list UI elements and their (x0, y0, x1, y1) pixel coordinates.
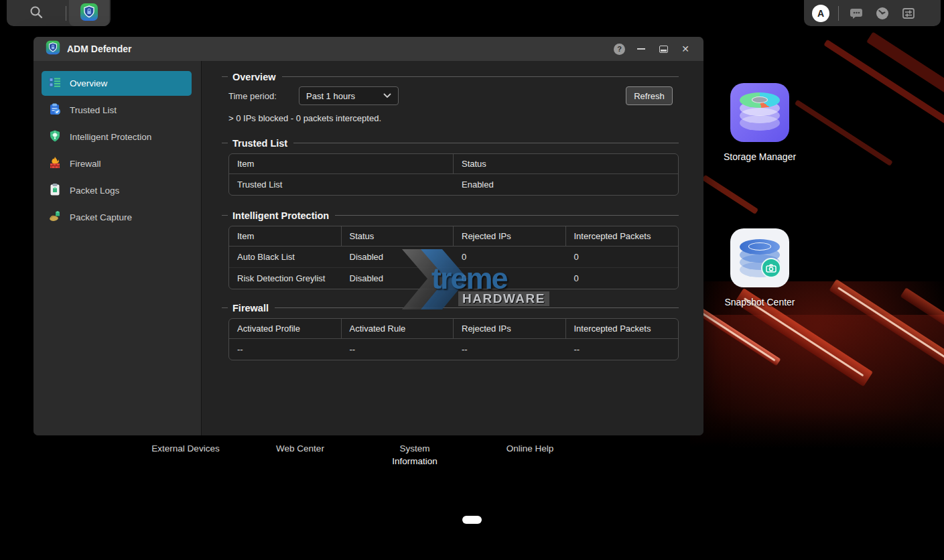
restore-icon[interactable] (657, 43, 669, 55)
adm-defender-window: ADM Defender ? ✕ Overview Trusted List (33, 37, 703, 435)
refresh-button[interactable]: Refresh (626, 86, 673, 105)
sidebar-item-label: Packet Capture (70, 212, 132, 222)
taskbar-divider (66, 6, 66, 21)
intelligent-protection-table: Item Status Rejected IPs Intercepted Pac… (228, 226, 679, 289)
table-header-row: Item Status Rejected IPs Intercepted Pac… (229, 226, 678, 247)
desktop-screen: A ADM Defender ? ✕ (0, 0, 944, 560)
column-header: Activated Rule (342, 319, 454, 339)
camera-icon (761, 258, 781, 278)
packet-logs-icon (48, 183, 62, 198)
time-period-select[interactable]: Past 1 hours (299, 86, 399, 105)
taskbar-left (7, 0, 111, 26)
cell-rejected-ips: 0 (454, 267, 566, 289)
cell-intercepted-packets: 0 (566, 247, 679, 267)
firewall-table: Activated Profile Activated Rule Rejecte… (228, 318, 679, 360)
minimize-icon[interactable] (635, 43, 647, 55)
time-period-value: Past 1 hours (306, 91, 355, 101)
sidebar-item-trusted-list[interactable]: Trusted List (42, 98, 192, 123)
table-row: Risk Detection Greylist Disabled 0 0 (229, 267, 678, 289)
sidebar-item-packet-logs[interactable]: Packet Logs (42, 178, 192, 203)
desktop-icon-online-help[interactable]: Online Help (483, 442, 577, 455)
search-icon (29, 5, 44, 22)
column-header: Status (342, 226, 454, 247)
wallpaper-beam (702, 175, 759, 214)
shortcut-storage-manager[interactable]: Storage Manager (720, 83, 800, 162)
cell-item: Risk Detection Greylist (229, 267, 342, 289)
sidebar-item-label: Packet Logs (70, 186, 119, 196)
close-icon[interactable]: ✕ (679, 43, 691, 55)
column-header: Rejected IPs (454, 226, 566, 247)
cell-rejected-ips: 0 (454, 247, 566, 267)
sidebar-item-label: Firewall (70, 159, 101, 169)
cell-intercepted-packets: 0 (566, 267, 679, 289)
snapshot-center-icon (730, 228, 789, 287)
time-period-label: Time period: (228, 91, 299, 101)
sidebar: Overview Trusted List Intelligent Protec… (33, 61, 202, 435)
column-header: Intercepted Packets (566, 319, 679, 339)
cell-rejected-ips: -- (454, 339, 566, 360)
shortcut-label: Storage Manager (720, 151, 800, 162)
window-titlebar[interactable]: ADM Defender ? ✕ (33, 37, 703, 61)
cell-activated-profile: -- (229, 339, 342, 360)
taskbar-adm-defender-button[interactable] (69, 0, 109, 26)
desktop-icon-system-information[interactable]: System Information (381, 442, 448, 468)
sidebar-item-intelligent-protection[interactable]: Intelligent Protection (42, 125, 192, 149)
table-header-row: Item Status (229, 154, 678, 174)
section-title-firewall: Firewall (222, 303, 679, 313)
gauge-icon[interactable] (874, 5, 891, 22)
column-header: Status (454, 154, 678, 174)
section-title-intelligent-protection: Intelligent Protection (222, 210, 679, 220)
cell-activated-rule: -- (342, 339, 454, 360)
chevron-down-icon (383, 93, 391, 98)
table-row: Auto Black List Disabled 0 0 (229, 247, 678, 267)
trusted-list-table: Item Status Trusted List Enabled (228, 153, 679, 196)
help-icon[interactable]: ? (614, 44, 625, 55)
preferences-icon[interactable] (900, 5, 917, 22)
section-title-trusted-list: Trusted List (222, 138, 679, 148)
packet-capture-icon (48, 210, 62, 225)
column-header: Rejected IPs (454, 319, 566, 339)
cell-intercepted-packets: -- (566, 339, 679, 360)
cell-status: Disabled (342, 267, 454, 289)
cell-item: Auto Black List (229, 247, 342, 267)
adm-defender-app-icon (46, 40, 60, 58)
section-title-overview: Overview (222, 72, 679, 82)
sidebar-item-overview[interactable]: Overview (42, 71, 192, 96)
column-header: Activated Profile (229, 319, 342, 339)
trusted-list-icon (48, 102, 62, 118)
sidebar-item-label: Intelligent Protection (70, 132, 151, 142)
search-button[interactable] (7, 0, 66, 26)
overview-icon (48, 76, 62, 91)
cell-status: Enabled (454, 174, 678, 195)
firewall-icon (48, 156, 62, 171)
cell-item: Trusted List (229, 174, 454, 195)
user-avatar[interactable]: A (812, 5, 829, 22)
column-header: Item (229, 226, 342, 247)
main-content: Overview Time period: Past 1 hours Refre… (202, 61, 703, 435)
table-row: -- -- -- -- (229, 339, 678, 360)
desktop-icon-external-devices[interactable]: External Devices (139, 442, 232, 455)
column-header: Item (229, 154, 454, 174)
table-row: Trusted List Enabled (229, 174, 678, 195)
sidebar-item-packet-capture[interactable]: Packet Capture (42, 205, 192, 230)
storage-manager-icon (730, 83, 789, 142)
taskbar-right: A (804, 0, 941, 26)
shortcut-snapshot-center[interactable]: Snapshot Center (720, 228, 800, 307)
window-controls: ? ✕ (614, 43, 691, 55)
shortcut-label: Snapshot Center (720, 297, 800, 307)
sidebar-item-firewall[interactable]: Firewall (42, 151, 192, 176)
column-header: Intercepted Packets (566, 226, 679, 247)
sidebar-item-label: Trusted List (70, 105, 117, 115)
taskbar-divider (838, 6, 839, 21)
overview-summary: > 0 IPs blocked - 0 packets intercepted. (228, 113, 679, 123)
table-header-row: Activated Profile Activated Rule Rejecte… (229, 319, 678, 339)
wallpaper-beam (823, 40, 944, 140)
wallpaper-beam (795, 100, 893, 166)
intelligent-protection-icon (48, 129, 62, 145)
taskbar-handle-pill[interactable] (462, 516, 482, 524)
desktop-icon-web-center[interactable]: Web Center (253, 442, 347, 455)
adm-defender-app-icon (80, 3, 98, 24)
chat-icon[interactable] (848, 5, 865, 22)
window-title: ADM Defender (67, 44, 131, 54)
sidebar-item-label: Overview (70, 78, 107, 88)
